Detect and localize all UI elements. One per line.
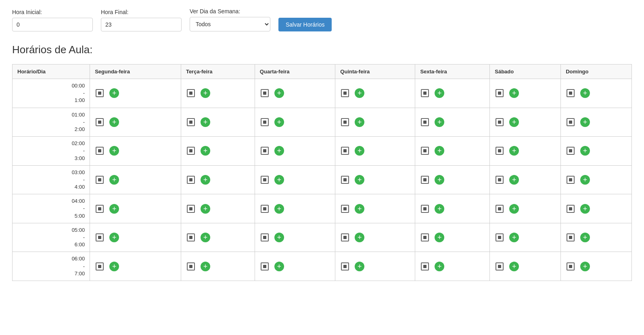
plus-icon[interactable]: + <box>509 146 519 156</box>
plus-icon[interactable]: + <box>580 204 590 214</box>
plus-icon[interactable]: + <box>274 262 284 271</box>
hora-final-input[interactable] <box>101 18 182 31</box>
stop-icon[interactable] <box>261 176 269 184</box>
stop-icon[interactable] <box>496 89 504 97</box>
stop-icon[interactable] <box>567 262 575 270</box>
stop-icon[interactable] <box>187 262 195 270</box>
stop-icon[interactable] <box>421 205 429 213</box>
stop-icon[interactable] <box>421 147 429 155</box>
plus-icon[interactable]: + <box>509 204 519 214</box>
plus-icon[interactable]: + <box>274 204 284 214</box>
save-button[interactable]: Salvar Horários <box>278 18 332 31</box>
plus-icon[interactable]: + <box>201 262 210 271</box>
plus-icon[interactable]: + <box>435 233 444 242</box>
plus-icon[interactable]: + <box>355 146 364 156</box>
plus-icon[interactable]: + <box>274 88 284 98</box>
stop-icon[interactable] <box>421 176 429 184</box>
plus-icon[interactable]: + <box>109 262 119 271</box>
stop-icon[interactable] <box>261 147 269 155</box>
stop-icon[interactable] <box>261 89 269 97</box>
stop-icon[interactable] <box>96 262 104 270</box>
stop-icon[interactable] <box>567 147 575 155</box>
stop-icon[interactable] <box>567 89 575 97</box>
plus-icon[interactable]: + <box>201 175 210 185</box>
plus-icon[interactable]: + <box>509 117 519 127</box>
stop-icon[interactable] <box>261 262 269 270</box>
plus-icon[interactable]: + <box>109 146 119 156</box>
stop-icon[interactable] <box>341 233 349 241</box>
ver-dia-select[interactable]: TodosSegunda-feiraTerça-feiraQuarta-feir… <box>190 17 270 31</box>
plus-icon[interactable]: + <box>355 204 364 214</box>
stop-icon[interactable] <box>421 262 429 270</box>
hora-inicial-input[interactable] <box>12 18 93 31</box>
plus-icon[interactable]: + <box>274 117 284 127</box>
stop-icon[interactable] <box>96 118 104 126</box>
plus-icon[interactable]: + <box>109 117 119 127</box>
stop-icon[interactable] <box>341 118 349 126</box>
plus-icon[interactable]: + <box>435 204 444 214</box>
stop-icon[interactable] <box>187 147 195 155</box>
plus-icon[interactable]: + <box>509 88 519 98</box>
plus-icon[interactable]: + <box>435 117 444 127</box>
plus-icon[interactable]: + <box>109 175 119 185</box>
plus-icon[interactable]: + <box>435 88 444 98</box>
stop-icon[interactable] <box>496 233 504 241</box>
stop-icon[interactable] <box>341 176 349 184</box>
stop-icon[interactable] <box>96 176 104 184</box>
plus-icon[interactable]: + <box>109 233 119 242</box>
stop-icon[interactable] <box>96 233 104 241</box>
plus-icon[interactable]: + <box>580 262 590 271</box>
stop-icon[interactable] <box>187 205 195 213</box>
plus-icon[interactable]: + <box>201 146 210 156</box>
plus-icon[interactable]: + <box>201 117 210 127</box>
plus-icon[interactable]: + <box>355 88 364 98</box>
plus-icon[interactable]: + <box>435 175 444 185</box>
plus-icon[interactable]: + <box>435 262 444 271</box>
stop-icon[interactable] <box>187 233 195 241</box>
stop-icon[interactable] <box>96 89 104 97</box>
stop-icon[interactable] <box>341 262 349 270</box>
stop-icon[interactable] <box>496 147 504 155</box>
stop-icon[interactable] <box>421 89 429 97</box>
stop-icon[interactable] <box>341 205 349 213</box>
stop-icon[interactable] <box>96 147 104 155</box>
plus-icon[interactable]: + <box>580 146 590 156</box>
plus-icon[interactable]: + <box>274 175 284 185</box>
stop-icon[interactable] <box>96 205 104 213</box>
plus-icon[interactable]: + <box>509 175 519 185</box>
stop-icon[interactable] <box>261 233 269 241</box>
stop-icon[interactable] <box>496 262 504 270</box>
plus-icon[interactable]: + <box>201 233 210 242</box>
stop-icon[interactable] <box>496 176 504 184</box>
stop-icon[interactable] <box>567 205 575 213</box>
stop-icon[interactable] <box>341 89 349 97</box>
plus-icon[interactable]: + <box>355 262 364 271</box>
stop-icon[interactable] <box>187 118 195 126</box>
plus-icon[interactable]: + <box>274 146 284 156</box>
stop-icon[interactable] <box>187 176 195 184</box>
stop-icon[interactable] <box>341 147 349 155</box>
plus-icon[interactable]: + <box>355 117 364 127</box>
plus-icon[interactable]: + <box>509 233 519 242</box>
stop-icon[interactable] <box>496 118 504 126</box>
plus-icon[interactable]: + <box>109 204 119 214</box>
stop-icon[interactable] <box>496 205 504 213</box>
plus-icon[interactable]: + <box>355 175 364 185</box>
plus-icon[interactable]: + <box>201 88 210 98</box>
stop-icon[interactable] <box>567 118 575 126</box>
plus-icon[interactable]: + <box>355 233 364 242</box>
plus-icon[interactable]: + <box>580 233 590 242</box>
plus-icon[interactable]: + <box>274 233 284 242</box>
stop-icon[interactable] <box>421 233 429 241</box>
plus-icon[interactable]: + <box>580 175 590 185</box>
stop-icon[interactable] <box>261 118 269 126</box>
stop-icon[interactable] <box>187 89 195 97</box>
plus-icon[interactable]: + <box>201 204 210 214</box>
stop-icon[interactable] <box>567 176 575 184</box>
plus-icon[interactable]: + <box>435 146 444 156</box>
plus-icon[interactable]: + <box>509 262 519 271</box>
stop-icon[interactable] <box>567 233 575 241</box>
plus-icon[interactable]: + <box>109 88 119 98</box>
plus-icon[interactable]: + <box>580 88 590 98</box>
stop-icon[interactable] <box>261 205 269 213</box>
